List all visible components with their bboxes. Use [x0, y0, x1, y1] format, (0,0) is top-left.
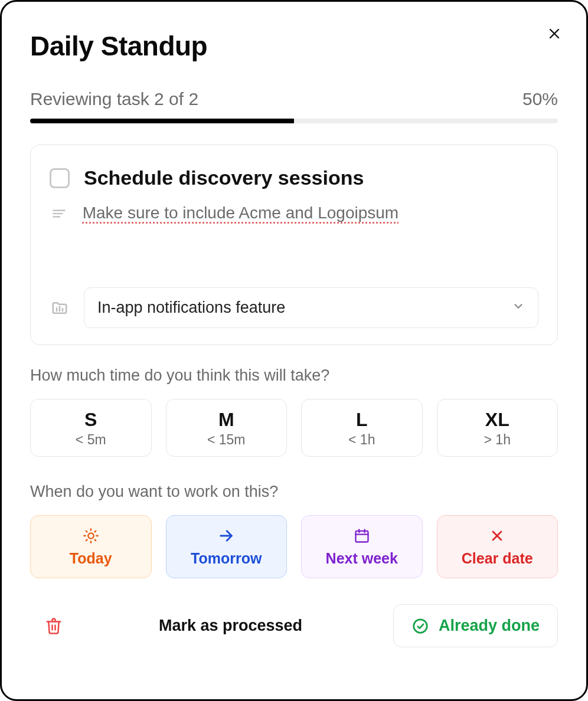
task-title[interactable]: Schedule discovery sessions [84, 166, 364, 189]
description-icon [50, 204, 68, 221]
close-icon [547, 27, 561, 41]
time-option-sub: < 15m [171, 432, 282, 448]
time-section-label: How much time do you think this will tak… [30, 366, 558, 385]
task-checkbox[interactable] [50, 168, 70, 188]
mark-processed-button[interactable]: Mark as processed [159, 617, 302, 635]
time-option-sub: < 5m [35, 432, 146, 448]
time-options: S < 5m M < 15m L < 1h XL > 1h [30, 399, 558, 457]
svg-rect-18 [355, 531, 368, 542]
time-option-s[interactable]: S < 5m [30, 399, 152, 457]
chevron-down-icon [512, 299, 525, 317]
time-option-xl[interactable]: XL > 1h [437, 399, 558, 457]
x-icon [489, 528, 505, 544]
already-done-label: Already done [439, 617, 540, 635]
schedule-section-label: When do you want to work on this? [30, 483, 558, 501]
time-option-l[interactable]: L < 1h [301, 399, 423, 457]
delete-button[interactable] [40, 612, 68, 640]
arrow-right-icon [218, 528, 234, 544]
svg-line-15 [86, 540, 87, 541]
schedule-clear-button[interactable]: Clear date [437, 515, 558, 578]
svg-point-8 [88, 533, 93, 538]
sun-icon [83, 528, 99, 544]
task-description-input[interactable]: Make sure to include Acme and Logoipsum [83, 204, 538, 222]
footer-actions: Mark as processed Already done [30, 604, 558, 647]
schedule-next-week-button[interactable]: Next week [301, 515, 423, 578]
progress-percent: 50% [522, 89, 558, 109]
schedule-option-label: Tomorrow [191, 550, 262, 567]
time-option-sub: > 1h [442, 432, 553, 448]
progress-label: Reviewing task 2 of 2 [30, 89, 198, 109]
trash-icon [45, 617, 63, 635]
time-option-label: L [306, 409, 417, 431]
svg-point-26 [414, 619, 427, 633]
schedule-option-label: Next week [326, 550, 398, 567]
svg-line-16 [94, 531, 96, 532]
schedule-option-label: Today [70, 550, 112, 567]
calendar-icon [354, 528, 370, 544]
svg-line-11 [86, 531, 87, 532]
time-option-label: M [171, 409, 282, 431]
check-circle-icon [411, 617, 429, 635]
dialog-title: Daily Standup [30, 30, 558, 62]
time-option-m[interactable]: M < 15m [166, 399, 288, 457]
svg-line-12 [94, 540, 96, 541]
project-select[interactable]: In-app notifications feature [84, 287, 538, 328]
time-option-sub: < 1h [306, 432, 417, 448]
time-option-label: S [35, 409, 146, 431]
project-icon [50, 299, 70, 317]
close-button[interactable] [544, 23, 565, 44]
progress-fill [30, 119, 294, 123]
schedule-today-button[interactable]: Today [30, 515, 152, 578]
already-done-button[interactable]: Already done [393, 604, 558, 647]
task-card: Schedule discovery sessions Make sure to… [30, 145, 558, 345]
progress-row: Reviewing task 2 of 2 50% [30, 89, 558, 109]
schedule-options: Today Tomorrow Next week Clear date [30, 515, 558, 578]
time-option-label: XL [442, 409, 553, 431]
progress-bar [30, 119, 558, 123]
schedule-tomorrow-button[interactable]: Tomorrow [166, 515, 288, 578]
schedule-option-label: Clear date [462, 550, 533, 567]
project-select-value: In-app notifications feature [97, 299, 285, 317]
